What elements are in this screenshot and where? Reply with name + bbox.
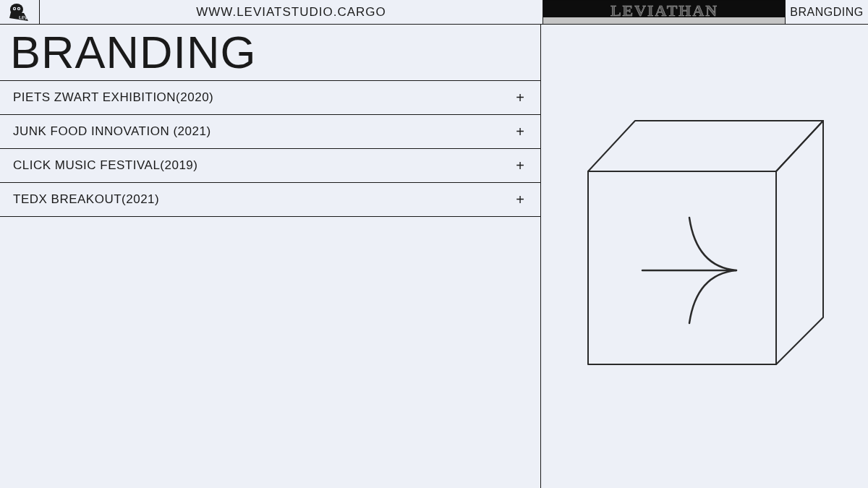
illustration-column <box>541 25 868 488</box>
page-title: BRANDING <box>0 25 540 81</box>
plus-icon: + <box>516 192 524 208</box>
project-item-tedx[interactable]: TEDX BREAKOUT(2021) + <box>0 183 540 217</box>
project-label: CLICK MUSIC FESTIVAL(2019) <box>13 158 197 173</box>
content-column: BRANDING PIETS ZWART EXHIBITION(2020) + … <box>0 25 541 488</box>
svg-point-3 <box>14 8 15 9</box>
project-label: TEDX BREAKOUT(2021) <box>13 192 159 207</box>
site-url[interactable]: WWW.LEVIATSTUDIO.CARGO <box>40 0 543 24</box>
plus-icon: + <box>516 90 524 106</box>
plus-icon: + <box>516 124 524 140</box>
cube-arrow-illustration <box>581 115 830 375</box>
svg-point-4 <box>18 8 20 9</box>
section-label: BRANGDING <box>786 0 868 24</box>
project-item-click-music[interactable]: CLICK MUSIC FESTIVAL(2019) + <box>0 149 540 183</box>
svg-text:LEVIATHAN: LEVIATHAN <box>610 1 718 19</box>
project-item-junk-food[interactable]: JUNK FOOD INNOVATION (2021) + <box>0 115 540 149</box>
svg-text:LEVIAT: LEVIAT <box>19 15 33 21</box>
project-list: PIETS ZWART EXHIBITION(2020) + JUNK FOOD… <box>0 81 540 217</box>
project-label: PIETS ZWART EXHIBITION(2020) <box>13 90 213 105</box>
brand-banner: LEVIATHAN <box>543 0 786 24</box>
brand-logo[interactable]: LEVIAT <box>0 0 40 24</box>
project-label: JUNK FOOD INNOVATION (2021) <box>13 124 211 139</box>
project-item-piets-zwart[interactable]: PIETS ZWART EXHIBITION(2020) + <box>0 81 540 115</box>
plus-icon: + <box>516 158 524 174</box>
